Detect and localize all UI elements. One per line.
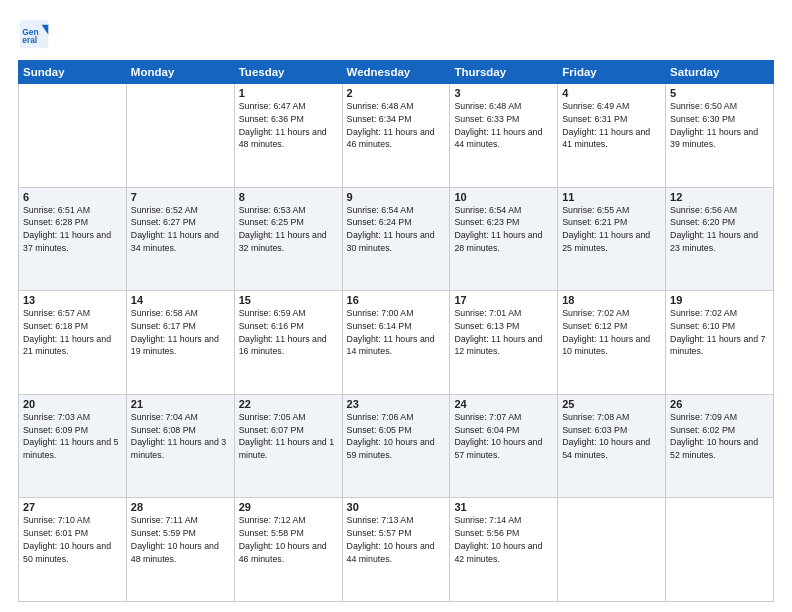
day-info: Sunrise: 6:54 AM Sunset: 6:23 PM Dayligh…: [454, 204, 553, 255]
day-number: 5: [670, 87, 769, 99]
day-number: 7: [131, 191, 230, 203]
calendar-cell: 28Sunrise: 7:11 AM Sunset: 5:59 PM Dayli…: [126, 498, 234, 602]
day-number: 31: [454, 501, 553, 513]
day-number: 24: [454, 398, 553, 410]
day-number: 14: [131, 294, 230, 306]
calendar-cell: 4Sunrise: 6:49 AM Sunset: 6:31 PM Daylig…: [558, 84, 666, 188]
day-info: Sunrise: 6:47 AM Sunset: 6:36 PM Dayligh…: [239, 100, 338, 151]
day-info: Sunrise: 6:55 AM Sunset: 6:21 PM Dayligh…: [562, 204, 661, 255]
day-info: Sunrise: 6:54 AM Sunset: 6:24 PM Dayligh…: [347, 204, 446, 255]
calendar-cell: 3Sunrise: 6:48 AM Sunset: 6:33 PM Daylig…: [450, 84, 558, 188]
calendar-cell: 27Sunrise: 7:10 AM Sunset: 6:01 PM Dayli…: [19, 498, 127, 602]
calendar-cell: 24Sunrise: 7:07 AM Sunset: 6:04 PM Dayli…: [450, 394, 558, 498]
day-number: 9: [347, 191, 446, 203]
day-info: Sunrise: 6:59 AM Sunset: 6:16 PM Dayligh…: [239, 307, 338, 358]
day-number: 25: [562, 398, 661, 410]
calendar-cell: 23Sunrise: 7:06 AM Sunset: 6:05 PM Dayli…: [342, 394, 450, 498]
day-info: Sunrise: 7:14 AM Sunset: 5:56 PM Dayligh…: [454, 514, 553, 565]
calendar-cell: 17Sunrise: 7:01 AM Sunset: 6:13 PM Dayli…: [450, 291, 558, 395]
page: Gen eral SundayMondayTuesdayWednesdayThu…: [0, 0, 792, 612]
calendar-cell: 29Sunrise: 7:12 AM Sunset: 5:58 PM Dayli…: [234, 498, 342, 602]
calendar-week-row: 1Sunrise: 6:47 AM Sunset: 6:36 PM Daylig…: [19, 84, 774, 188]
day-info: Sunrise: 6:58 AM Sunset: 6:17 PM Dayligh…: [131, 307, 230, 358]
weekday-header: Saturday: [666, 61, 774, 84]
calendar-week-row: 13Sunrise: 6:57 AM Sunset: 6:18 PM Dayli…: [19, 291, 774, 395]
calendar-cell: [19, 84, 127, 188]
day-info: Sunrise: 7:02 AM Sunset: 6:10 PM Dayligh…: [670, 307, 769, 358]
calendar-header-row: SundayMondayTuesdayWednesdayThursdayFrid…: [19, 61, 774, 84]
weekday-header: Sunday: [19, 61, 127, 84]
weekday-header: Wednesday: [342, 61, 450, 84]
day-info: Sunrise: 7:12 AM Sunset: 5:58 PM Dayligh…: [239, 514, 338, 565]
day-number: 11: [562, 191, 661, 203]
day-info: Sunrise: 6:48 AM Sunset: 6:34 PM Dayligh…: [347, 100, 446, 151]
calendar-cell: 5Sunrise: 6:50 AM Sunset: 6:30 PM Daylig…: [666, 84, 774, 188]
day-number: 23: [347, 398, 446, 410]
day-info: Sunrise: 6:57 AM Sunset: 6:18 PM Dayligh…: [23, 307, 122, 358]
calendar-cell: 19Sunrise: 7:02 AM Sunset: 6:10 PM Dayli…: [666, 291, 774, 395]
calendar-week-row: 27Sunrise: 7:10 AM Sunset: 6:01 PM Dayli…: [19, 498, 774, 602]
calendar-cell: 30Sunrise: 7:13 AM Sunset: 5:57 PM Dayli…: [342, 498, 450, 602]
day-number: 2: [347, 87, 446, 99]
day-info: Sunrise: 7:05 AM Sunset: 6:07 PM Dayligh…: [239, 411, 338, 462]
day-info: Sunrise: 7:06 AM Sunset: 6:05 PM Dayligh…: [347, 411, 446, 462]
day-info: Sunrise: 7:13 AM Sunset: 5:57 PM Dayligh…: [347, 514, 446, 565]
day-number: 27: [23, 501, 122, 513]
day-info: Sunrise: 7:02 AM Sunset: 6:12 PM Dayligh…: [562, 307, 661, 358]
calendar-cell: 2Sunrise: 6:48 AM Sunset: 6:34 PM Daylig…: [342, 84, 450, 188]
calendar-cell: 31Sunrise: 7:14 AM Sunset: 5:56 PM Dayli…: [450, 498, 558, 602]
day-info: Sunrise: 7:07 AM Sunset: 6:04 PM Dayligh…: [454, 411, 553, 462]
calendar-cell: 8Sunrise: 6:53 AM Sunset: 6:25 PM Daylig…: [234, 187, 342, 291]
calendar-cell: 9Sunrise: 6:54 AM Sunset: 6:24 PM Daylig…: [342, 187, 450, 291]
day-info: Sunrise: 6:52 AM Sunset: 6:27 PM Dayligh…: [131, 204, 230, 255]
day-info: Sunrise: 6:50 AM Sunset: 6:30 PM Dayligh…: [670, 100, 769, 151]
weekday-header: Tuesday: [234, 61, 342, 84]
calendar-week-row: 20Sunrise: 7:03 AM Sunset: 6:09 PM Dayli…: [19, 394, 774, 498]
weekday-header: Friday: [558, 61, 666, 84]
day-info: Sunrise: 7:10 AM Sunset: 6:01 PM Dayligh…: [23, 514, 122, 565]
calendar-cell: 16Sunrise: 7:00 AM Sunset: 6:14 PM Dayli…: [342, 291, 450, 395]
calendar-cell: [558, 498, 666, 602]
calendar-cell: 18Sunrise: 7:02 AM Sunset: 6:12 PM Dayli…: [558, 291, 666, 395]
day-info: Sunrise: 7:01 AM Sunset: 6:13 PM Dayligh…: [454, 307, 553, 358]
day-number: 10: [454, 191, 553, 203]
day-number: 28: [131, 501, 230, 513]
day-info: Sunrise: 7:03 AM Sunset: 6:09 PM Dayligh…: [23, 411, 122, 462]
logo-icon: Gen eral: [18, 18, 50, 50]
day-number: 3: [454, 87, 553, 99]
day-number: 15: [239, 294, 338, 306]
calendar-cell: 6Sunrise: 6:51 AM Sunset: 6:28 PM Daylig…: [19, 187, 127, 291]
day-number: 12: [670, 191, 769, 203]
day-number: 20: [23, 398, 122, 410]
calendar-table: SundayMondayTuesdayWednesdayThursdayFrid…: [18, 60, 774, 602]
day-number: 16: [347, 294, 446, 306]
calendar-cell: 11Sunrise: 6:55 AM Sunset: 6:21 PM Dayli…: [558, 187, 666, 291]
weekday-header: Thursday: [450, 61, 558, 84]
day-number: 26: [670, 398, 769, 410]
calendar-cell: 25Sunrise: 7:08 AM Sunset: 6:03 PM Dayli…: [558, 394, 666, 498]
calendar-cell: 26Sunrise: 7:09 AM Sunset: 6:02 PM Dayli…: [666, 394, 774, 498]
calendar-cell: 10Sunrise: 6:54 AM Sunset: 6:23 PM Dayli…: [450, 187, 558, 291]
day-number: 30: [347, 501, 446, 513]
day-info: Sunrise: 7:00 AM Sunset: 6:14 PM Dayligh…: [347, 307, 446, 358]
calendar-cell: 21Sunrise: 7:04 AM Sunset: 6:08 PM Dayli…: [126, 394, 234, 498]
weekday-header: Monday: [126, 61, 234, 84]
day-number: 22: [239, 398, 338, 410]
day-number: 19: [670, 294, 769, 306]
day-number: 21: [131, 398, 230, 410]
calendar-cell: 7Sunrise: 6:52 AM Sunset: 6:27 PM Daylig…: [126, 187, 234, 291]
calendar-cell: 14Sunrise: 6:58 AM Sunset: 6:17 PM Dayli…: [126, 291, 234, 395]
day-info: Sunrise: 6:49 AM Sunset: 6:31 PM Dayligh…: [562, 100, 661, 151]
day-number: 29: [239, 501, 338, 513]
calendar-cell: 13Sunrise: 6:57 AM Sunset: 6:18 PM Dayli…: [19, 291, 127, 395]
day-info: Sunrise: 6:48 AM Sunset: 6:33 PM Dayligh…: [454, 100, 553, 151]
calendar-cell: 15Sunrise: 6:59 AM Sunset: 6:16 PM Dayli…: [234, 291, 342, 395]
calendar-cell: [666, 498, 774, 602]
calendar-cell: 12Sunrise: 6:56 AM Sunset: 6:20 PM Dayli…: [666, 187, 774, 291]
calendar-cell: 1Sunrise: 6:47 AM Sunset: 6:36 PM Daylig…: [234, 84, 342, 188]
day-number: 4: [562, 87, 661, 99]
day-info: Sunrise: 7:11 AM Sunset: 5:59 PM Dayligh…: [131, 514, 230, 565]
day-info: Sunrise: 6:56 AM Sunset: 6:20 PM Dayligh…: [670, 204, 769, 255]
day-info: Sunrise: 7:09 AM Sunset: 6:02 PM Dayligh…: [670, 411, 769, 462]
day-number: 17: [454, 294, 553, 306]
